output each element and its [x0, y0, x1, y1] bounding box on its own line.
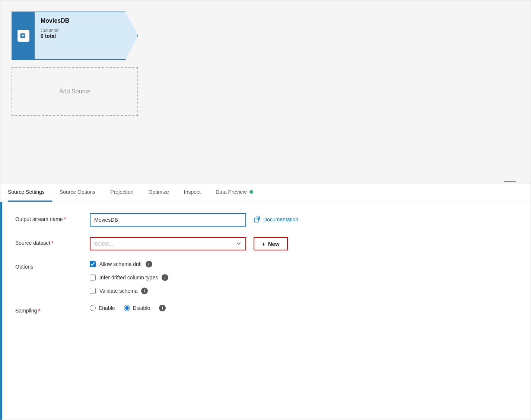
canvas-area: MoviesDB Columns: 0 total + Add Source [0, 0, 531, 183]
validate-schema-checkbox[interactable] [90, 288, 96, 294]
sampling-radios: Enable Disable i [90, 305, 166, 311]
node-columns-label: Columns: [41, 28, 131, 33]
allow-schema-drift-checkbox[interactable] [90, 261, 96, 267]
output-stream-controls: Documentation [90, 213, 516, 227]
sampling-enable-radio[interactable] [90, 305, 96, 311]
infer-drifted-column-types-label: Infer drifted column types [99, 275, 158, 280]
infer-drifted-column-types-row: Infer drifted column types i [90, 274, 168, 281]
node-plus-icon[interactable]: + [140, 54, 144, 63]
allow-schema-drift-info-icon[interactable]: i [146, 261, 152, 267]
add-source-box[interactable]: Add Source [12, 67, 138, 116]
divider-area [0, 183, 531, 183]
tab-projection[interactable]: Projection [103, 183, 141, 202]
infer-drifted-column-types-info-icon[interactable]: i [162, 274, 168, 281]
external-link-icon [254, 216, 260, 223]
data-preview-dot [249, 190, 253, 194]
movies-db-node[interactable]: MoviesDB Columns: 0 total + [12, 12, 138, 60]
sampling-row: Sampling* Enable Disable i [15, 305, 516, 314]
node-card-left [12, 12, 35, 59]
new-button-plus: + [262, 241, 265, 247]
source-dataset-select[interactable]: Select... [90, 237, 246, 250]
form-area-wrapper: Output stream name* Documentation [0, 202, 531, 420]
sampling-info-icon[interactable]: i [159, 305, 166, 311]
bottom-panel: Source SettingsSource OptionsProjectionO… [0, 183, 531, 420]
output-stream-input[interactable] [90, 213, 246, 227]
tab-optimize[interactable]: Optimize [141, 183, 177, 202]
node-content: MoviesDB Columns: 0 total [35, 12, 137, 59]
infer-drifted-column-types-checkbox[interactable] [90, 275, 96, 280]
tab-data-preview[interactable]: Data Preview [208, 183, 261, 202]
options-label: Options [15, 261, 90, 270]
allow-schema-drift-row: Allow schema drift i [90, 261, 168, 267]
node-title: MoviesDB [41, 17, 131, 24]
allow-schema-drift-label: Allow schema drift [99, 261, 142, 267]
options-row: Options Allow schema drift i Infer drift… [15, 261, 516, 294]
collapse-bar[interactable] [504, 181, 516, 182]
node-icon [18, 30, 29, 42]
sampling-disable-item: Disable [124, 305, 150, 311]
tabs-bar: Source SettingsSource OptionsProjectionO… [0, 183, 531, 202]
sampling-controls: Enable Disable i [90, 305, 516, 311]
output-stream-row: Output stream name* Documentation [15, 213, 516, 227]
source-dataset-controls: Select... + New [90, 237, 516, 250]
validate-schema-row: Validate schema i [90, 288, 168, 294]
sampling-disable-radio[interactable] [124, 305, 130, 311]
new-button-label: New [268, 241, 280, 247]
node-columns-value: 0 total [41, 33, 131, 39]
validate-schema-info-icon[interactable]: i [141, 288, 148, 294]
options-checkboxes: Allow schema drift i Infer drifted colum… [90, 261, 168, 294]
form-area: Output stream name* Documentation [0, 202, 531, 335]
source-dataset-row: Source dataset* Select... + New [15, 237, 516, 250]
output-stream-label: Output stream name* [15, 213, 90, 222]
documentation-label: Documentation [263, 217, 298, 222]
tab-source-options[interactable]: Source Options [52, 183, 103, 202]
sampling-enable-label: Enable [99, 305, 115, 311]
sampling-enable-item: Enable [90, 305, 115, 311]
left-accent [0, 202, 2, 420]
tab-source-settings[interactable]: Source Settings [8, 183, 52, 202]
documentation-link[interactable]: Documentation [254, 213, 298, 223]
sampling-label: Sampling* [15, 305, 90, 314]
source-dataset-label: Source dataset* [15, 237, 90, 246]
new-button[interactable]: + New [254, 237, 288, 250]
tab-inspect[interactable]: Inspect [177, 183, 208, 202]
validate-schema-label: Validate schema [99, 288, 137, 294]
sampling-disable-label: Disable [133, 305, 150, 311]
add-source-label: Add Source [59, 88, 90, 95]
